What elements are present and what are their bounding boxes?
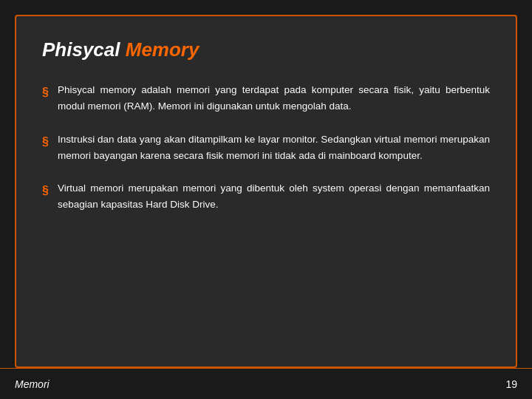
bullet-item-3: § Virtual memori merupakan memori yang d… [42,180,490,214]
footer-label: Memori [15,378,50,390]
content-area: Phisycal Memory § Phisycal memory adalah… [15,15,517,368]
bullet-text-1: Phisycal memory adalah memori yang terda… [58,82,490,115]
footer-page: 19 [505,378,517,390]
bullet-text-3: Virtual memori merupakan memori yang dib… [58,180,490,214]
bullet-item-1: § Phisycal memory adalah memori yang ter… [42,82,490,115]
bullet-text-2: Instruksi dan data yang akan ditampilkam… [58,132,490,165]
bullet-item-2: § Instruksi dan data yang akan ditampilk… [42,132,490,165]
bullet-marker-2: § [42,132,49,151]
bullet-list: § Phisycal memory adalah memori yang ter… [42,82,490,214]
bullet-marker-1: § [42,83,49,102]
slide-container: Phisycal Memory § Phisycal memory adalah… [0,0,532,368]
footer-bar: Memori 19 [0,368,532,399]
bullet-marker-3: § [42,181,49,200]
slide-title: Phisycal Memory [42,38,490,61]
